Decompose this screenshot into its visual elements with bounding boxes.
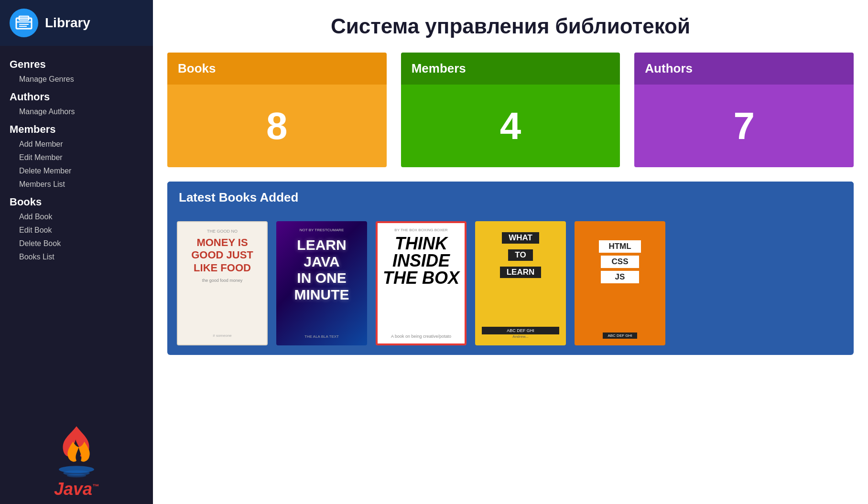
stats-row: Books 8 Members 4 Authors 7 xyxy=(167,53,854,167)
book-html-badge: ABC DEF GHI xyxy=(603,332,637,339)
book-cover-html[interactable]: HTML CSS JS ABC DEF GHI xyxy=(575,221,665,345)
members-card-header: Members xyxy=(401,53,620,85)
page-title: Система управления библиотекой xyxy=(167,0,854,53)
sidebar-item-manage-genres[interactable]: Manage Genres xyxy=(0,73,153,86)
books-card-header: Books xyxy=(167,53,387,85)
book-what-badge: ABC DEF GHI xyxy=(482,327,559,334)
stat-card-members[interactable]: Members 4 xyxy=(401,53,620,167)
book-what-author: Andrew... xyxy=(512,334,528,339)
book-java-title: LEARNJAVAIN ONEMINUTE xyxy=(294,237,349,303)
sidebar-item-add-book[interactable]: Add Book xyxy=(0,210,153,224)
authors-card-header: Authors xyxy=(634,53,854,85)
sidebar-item-members[interactable]: Members xyxy=(0,118,153,138)
main-content: Система управления библиотекой Books 8 M… xyxy=(153,0,868,504)
book-java-byline: NOT BY TRESTCUMARE xyxy=(300,228,344,232)
sidebar-item-members-list[interactable]: Members List xyxy=(0,178,153,191)
books-card-count: 8 xyxy=(167,85,387,167)
sidebar-item-edit-book[interactable]: Edit Book xyxy=(0,224,153,237)
book-html-tag-js: JS xyxy=(601,271,639,283)
java-logo: Java™ xyxy=(48,422,105,499)
book-html-tags: HTML CSS JS xyxy=(599,240,640,283)
book-money-author: # someone xyxy=(213,333,232,338)
sidebar-item-add-member[interactable]: Add Member xyxy=(0,138,153,151)
book-java-footer: THE ALA BLA TEXT xyxy=(304,334,339,339)
book-cover-money[interactable]: THE GOOD NO MONEY IS GOOD JUST LIKE FOOD… xyxy=(177,221,268,345)
book-html-tag-html: HTML xyxy=(599,240,640,253)
stat-card-books[interactable]: Books 8 xyxy=(167,53,387,167)
sidebar: Library Genres Manage Genres Authors Man… xyxy=(0,0,153,504)
book-html-tag-css: CSS xyxy=(601,256,639,268)
book-think-byline: BY THE BOX BOXING BOXER xyxy=(394,228,447,232)
book-cover-think[interactable]: BY THE BOX BOXING BOXER THINKINSIDETHE B… xyxy=(376,221,467,345)
sidebar-item-books[interactable]: Books xyxy=(0,191,153,210)
book-money-desc: the good food money xyxy=(202,278,243,283)
members-card-count: 4 xyxy=(401,85,620,167)
sidebar-item-authors[interactable]: Authors xyxy=(0,86,153,105)
book-think-desc: A book on being creative/potato xyxy=(391,334,451,339)
sidebar-nav: Genres Manage Genres Authors Manage Auth… xyxy=(0,46,153,417)
sidebar-header: Library xyxy=(0,0,153,46)
sidebar-item-genres[interactable]: Genres xyxy=(0,54,153,73)
sidebar-item-delete-member[interactable]: Delete Member xyxy=(0,164,153,178)
sidebar-item-edit-member[interactable]: Edit Member xyxy=(0,151,153,164)
logo-icon xyxy=(10,9,38,37)
book-what-word3: LEARN xyxy=(500,267,542,278)
stat-card-authors[interactable]: Authors 7 xyxy=(634,53,854,167)
svg-point-7 xyxy=(67,474,87,477)
book-what-word1: WHAT xyxy=(502,232,539,244)
book-cover-java[interactable]: NOT BY TRESTCUMARE LEARNJAVAIN ONEMINUTE… xyxy=(276,221,367,345)
authors-card-count: 7 xyxy=(634,85,854,167)
latest-books-title: Latest Books Added xyxy=(167,182,854,214)
java-brand-label: Java™ xyxy=(54,479,99,499)
sidebar-item-manage-authors[interactable]: Manage Authors xyxy=(0,105,153,118)
sidebar-item-delete-book[interactable]: Delete Book xyxy=(0,237,153,250)
book-money-title: MONEY IS GOOD JUST LIKE FOOD xyxy=(184,236,260,274)
book-cover-what[interactable]: WHAT TO LEARN ABC DEF GHI Andrew... xyxy=(475,221,566,345)
sidebar-item-books-list[interactable]: Books List xyxy=(0,250,153,264)
book-think-title: THINKINSIDETHE BOX xyxy=(383,235,459,287)
java-flame-icon xyxy=(48,422,105,479)
latest-books-section: Latest Books Added THE GOOD NO MONEY IS … xyxy=(167,182,854,355)
sidebar-bottom: Java™ xyxy=(0,417,153,504)
book-what-word2: TO xyxy=(508,249,532,261)
book-money-subtitle: THE GOOD NO xyxy=(207,229,238,234)
books-shelf: THE GOOD NO MONEY IS GOOD JUST LIKE FOOD… xyxy=(167,214,854,345)
logo-label: Library xyxy=(45,15,90,31)
